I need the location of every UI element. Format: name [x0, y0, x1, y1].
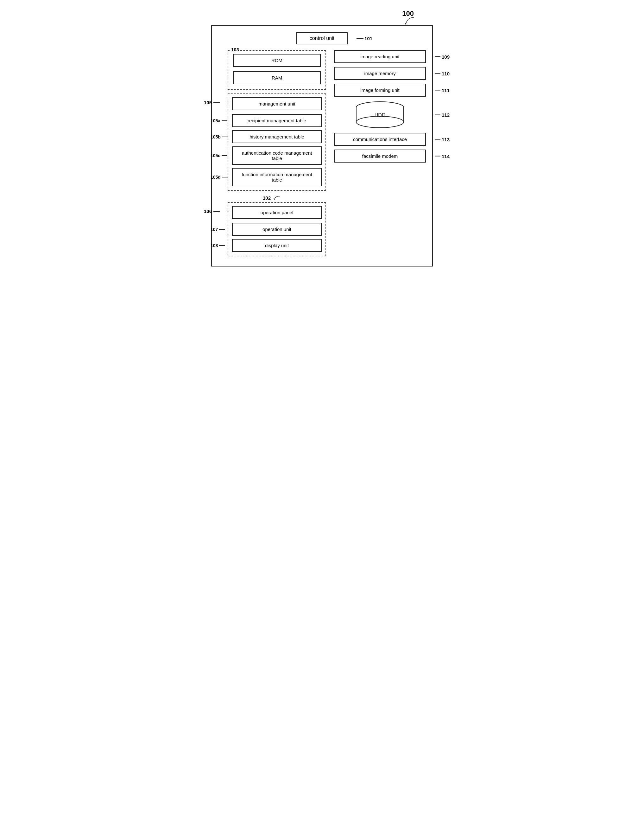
- outer-box: control unit 101 103 ROM: [211, 25, 433, 266]
- operation-unit-label: operation unit: [262, 226, 291, 232]
- label-101: 101: [357, 36, 373, 41]
- label-105c-ref: 105c: [210, 153, 227, 158]
- main-columns: 103 ROM RAM 105: [218, 50, 426, 256]
- label-105b-ref: 105b: [210, 134, 228, 140]
- label-103: 103: [230, 47, 240, 52]
- label-113-ref: 113: [435, 137, 449, 142]
- label-114-ref: 114: [435, 153, 449, 159]
- mgmt-dashed-box: management unit 105a recipient managemen…: [228, 94, 326, 191]
- 105a-area: 105a recipient management table: [232, 114, 322, 127]
- label-111-ref: 111: [435, 88, 449, 93]
- control-unit-row: control unit 101: [218, 32, 426, 45]
- control-unit-label: control unit: [310, 35, 334, 41]
- label-108-ref: 108: [210, 243, 225, 248]
- label-110: 110: [442, 71, 449, 76]
- image-memory-label: image memory: [364, 71, 396, 76]
- operation-unit-box: operation unit: [232, 223, 322, 236]
- mgmt-area: 105 management unit 105a: [228, 94, 326, 191]
- svg-line-1: [274, 198, 274, 200]
- management-unit-label: management unit: [259, 101, 295, 106]
- label-108: 108: [210, 243, 218, 248]
- display-unit-box: display unit: [232, 239, 322, 252]
- label-109-ref: 109: [435, 54, 449, 59]
- recipient-management-table-label: recipient management table: [248, 118, 306, 123]
- 105b-area: 105b history management table: [232, 130, 322, 143]
- operation-panel-label: operation panel: [261, 210, 293, 215]
- hdd-svg: HDD: [334, 100, 426, 129]
- image-memory-box: image memory: [334, 67, 426, 80]
- recipient-management-table-box: recipient management table: [232, 114, 322, 127]
- rom-label: ROM: [271, 58, 282, 63]
- label-106-ref: 106: [204, 209, 220, 214]
- image-forming-unit-label: image forming unit: [360, 88, 399, 93]
- 105c-area: 105c authentication code management tabl…: [232, 146, 322, 165]
- label-107: 107: [210, 227, 218, 232]
- page-container: 100 control unit 101 103: [211, 9, 433, 266]
- image-reading-unit-label: image reading unit: [360, 54, 399, 59]
- display-unit-label: display unit: [265, 243, 289, 248]
- image-forming-unit-box: image forming unit: [334, 84, 426, 97]
- communications-interface-box: communications interface: [334, 133, 426, 146]
- right-column: 109 image reading unit 110 image memory: [326, 50, 426, 256]
- label-112: 112: [442, 112, 449, 118]
- label-105: 105: [204, 100, 212, 105]
- 108-area: 108 display unit: [232, 239, 322, 252]
- svg-point-6: [356, 116, 404, 128]
- operation-panel-box: operation panel: [232, 206, 322, 219]
- left-column: 103 ROM RAM 105: [218, 50, 326, 256]
- ram-label: RAM: [271, 75, 282, 80]
- label-105a: 105a: [210, 118, 220, 123]
- image-memory-area: 110 image memory: [334, 67, 426, 80]
- communications-interface-label: communications interface: [353, 137, 407, 142]
- 105d-area: 105d function information management tab…: [232, 168, 322, 186]
- label-102-area: 102: [228, 195, 317, 201]
- communications-interface-area: 113 communications interface: [334, 133, 426, 146]
- auth-code-table-box: authentication code management table: [232, 146, 322, 165]
- label-114: 114: [442, 153, 449, 159]
- label-106: 106: [204, 209, 212, 214]
- label-107-ref: 107: [210, 227, 225, 232]
- facsimile-modem-box: facsimile modem: [334, 149, 426, 163]
- image-reading-unit-box: image reading unit: [334, 50, 426, 63]
- svg-line-0: [405, 23, 406, 25]
- ram-box: RAM: [233, 71, 321, 84]
- label-105b: 105b: [210, 134, 221, 140]
- rom-box: ROM: [233, 54, 321, 67]
- facsimile-modem-area: 114 facsimile modem: [334, 149, 426, 163]
- history-management-table-box: history management table: [232, 130, 322, 143]
- image-forming-unit-area: 111 image forming unit: [334, 84, 426, 97]
- label-111: 111: [442, 88, 449, 93]
- label-113: 113: [442, 137, 449, 142]
- op-panel-area: 106 operation panel 107: [228, 202, 326, 256]
- label-110-ref: 110: [435, 71, 449, 76]
- label-109: 109: [442, 54, 449, 59]
- auth-code-table-label: authentication code management table: [242, 150, 312, 161]
- label-105d: 105d: [210, 175, 221, 180]
- label-105d-ref: 105d: [210, 175, 228, 180]
- arrow-102-icon: [272, 195, 282, 201]
- history-management-table-label: history management table: [250, 134, 304, 140]
- image-reading-unit-area: 109 image reading unit: [334, 50, 426, 63]
- dashed-box-103: 103 ROM RAM: [228, 50, 326, 90]
- label-112-ref: 112: [435, 112, 449, 118]
- label-102: 102: [263, 195, 271, 201]
- management-unit-box: management unit: [232, 97, 322, 110]
- label-105a-ref: 105a: [210, 118, 227, 123]
- label-105-ref: 105: [204, 100, 220, 105]
- op-panel-dashed-box: operation panel 107 operation unit: [228, 202, 326, 256]
- func-info-table-label: function information management table: [242, 172, 312, 183]
- hdd-area: 112 HDD: [334, 100, 426, 129]
- svg-text:HDD: HDD: [374, 112, 386, 118]
- 107-area: 107 operation unit: [232, 223, 322, 236]
- facsimile-modem-label: facsimile modem: [362, 153, 398, 159]
- func-info-table-box: function information management table: [232, 168, 322, 186]
- label-105c: 105c: [210, 153, 220, 158]
- control-unit-box: control unit 101: [296, 32, 348, 45]
